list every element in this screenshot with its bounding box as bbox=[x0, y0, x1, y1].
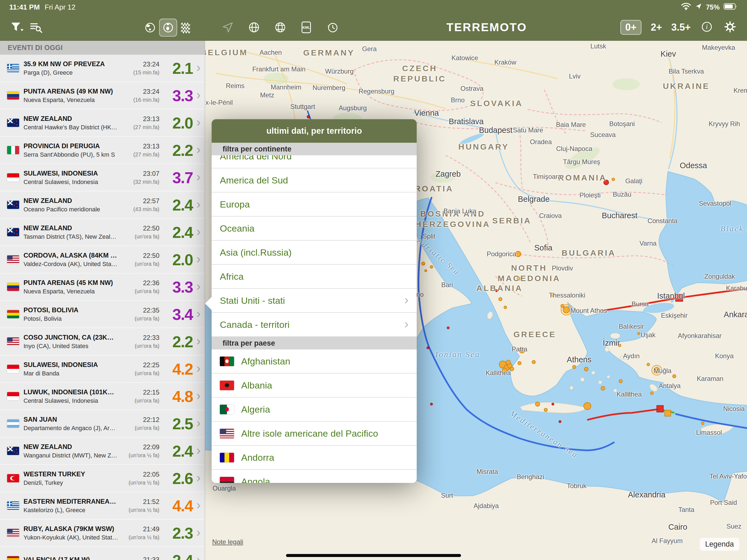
event-time: 22:35 bbox=[119, 307, 159, 314]
continent-item[interactable]: Asia (incl.Russia) › bbox=[212, 240, 417, 265]
continent-item[interactable]: Europa › bbox=[212, 193, 417, 217]
event-magnitude: 2.1 bbox=[159, 59, 193, 77]
list-item[interactable]: NEW ZEALAND Tasman District (TAS), New Z… bbox=[0, 219, 205, 246]
country-item[interactable]: Afghanistan bbox=[212, 350, 417, 374]
search-list-button[interactable] bbox=[29, 20, 43, 34]
continent-label: Europa bbox=[220, 199, 250, 210]
globe-grid-button[interactable] bbox=[273, 20, 287, 34]
list-item[interactable]: VALENCIA (17 KM W) 21:33 2.4 › bbox=[0, 547, 205, 560]
list-item[interactable]: RUBY, ALASKA (79KM WSW) Yukon-Koyukuk (A… bbox=[0, 519, 205, 547]
event-subtitle: Central Sulawesi, Indonesia bbox=[24, 179, 119, 186]
country-item[interactable]: Angola bbox=[212, 470, 417, 483]
continent-label: Canada - territori bbox=[220, 320, 289, 330]
event-title: WESTERN TURKEY bbox=[24, 470, 119, 478]
status-time: 11:41 PM bbox=[9, 3, 40, 11]
continent-item[interactable]: Stati Uniti - stati › bbox=[212, 289, 417, 313]
event-magnitude: 2.4 bbox=[159, 551, 193, 560]
country-item[interactable]: Albania bbox=[212, 374, 417, 398]
chevron-right-icon: › bbox=[195, 361, 203, 376]
mag-filter-0plus[interactable]: 0+ bbox=[620, 20, 641, 35]
list-item[interactable]: POTOSI, BOLIVIA Potosí, Bolivia 22:35 (u… bbox=[0, 301, 205, 328]
event-magnitude: 4.8 bbox=[159, 387, 193, 406]
chevron-right-icon: › bbox=[195, 114, 203, 129]
list-item[interactable]: CORDOVA, ALASKA (84KM W) Valdez-Cordova … bbox=[0, 246, 205, 274]
list-item[interactable]: EASTERN MEDITERRANEAN SEA Kastelorizo (L… bbox=[0, 492, 205, 519]
continent-item[interactable]: Africa › bbox=[212, 265, 417, 289]
event-subtitle: Valdez-Cordova (AK), United States bbox=[24, 261, 119, 268]
event-relative-time: (un'ora ½ fa) bbox=[119, 480, 159, 486]
globe-button[interactable] bbox=[247, 20, 261, 34]
event-magnitude: 2.0 bbox=[159, 114, 193, 132]
country-item[interactable]: Algeria bbox=[212, 398, 417, 422]
list-item[interactable]: COSO JUNCTION, CA (23KM E) Inyo (CA), Un… bbox=[0, 328, 205, 355]
list-item[interactable]: NEW ZEALAND Central Hawke's Bay District… bbox=[0, 109, 205, 137]
locate-me-button[interactable] bbox=[221, 20, 235, 34]
globe-americas-button[interactable] bbox=[141, 19, 159, 36]
list-item[interactable]: 35.9 KM NW OF PREVEZA Parga (D), Greece … bbox=[0, 55, 205, 82]
history-button[interactable] bbox=[325, 20, 340, 34]
country-flag-icon bbox=[7, 146, 19, 154]
kml-export-button[interactable]: KML bbox=[299, 20, 313, 34]
continent-label: Africa bbox=[220, 271, 243, 282]
list-item[interactable]: NEW ZEALAND Oceano Pacifico meridionale … bbox=[0, 192, 205, 219]
event-subtitle: Parga (D), Greece bbox=[24, 69, 119, 76]
clipped-row-container: America del Nord bbox=[212, 155, 417, 169]
list-item[interactable]: NEW ZEALAND Wanganui District (MWT), New… bbox=[0, 437, 205, 465]
country-label: Albania bbox=[241, 380, 272, 391]
list-item[interactable]: SULAWESI, INDONESIA Mar di Banda 22:25 (… bbox=[0, 355, 205, 383]
mag-filter-35plus[interactable]: 3.5+ bbox=[671, 22, 691, 33]
location-arrow-icon bbox=[695, 3, 702, 11]
event-time: 21:49 bbox=[119, 525, 159, 533]
home-indicator[interactable] bbox=[286, 554, 461, 557]
seismogram-button[interactable] bbox=[177, 19, 195, 36]
filter-button[interactable] bbox=[10, 20, 24, 34]
chevron-right-icon: › bbox=[404, 292, 409, 309]
event-title: CORDOVA, ALASKA (84KM W) bbox=[24, 252, 119, 259]
event-time: 22:36 bbox=[119, 279, 159, 287]
list-item[interactable]: LUWUK, INDONESIA (101KM S) Central Sulaw… bbox=[0, 383, 205, 410]
country-item[interactable]: Altre isole americane del Pacifico bbox=[212, 422, 417, 446]
country-flag-icon bbox=[220, 453, 234, 462]
event-magnitude: 4.2 bbox=[159, 360, 193, 378]
chevron-right-icon: › bbox=[195, 224, 203, 239]
country-flag-icon bbox=[7, 255, 19, 263]
list-item[interactable]: PUNTA ARENAS (45 KM NW) Nueva Esparta, V… bbox=[0, 274, 205, 301]
event-relative-time: (un'ora fa) bbox=[119, 370, 159, 377]
continent-item[interactable]: Oceania › bbox=[212, 217, 417, 240]
event-time: 22:57 bbox=[119, 197, 159, 205]
status-bar: 11:41 PM Fri Apr 12 75% bbox=[0, 0, 747, 14]
event-subtitle: Yukon-Koyukuk (AK), United States bbox=[24, 534, 119, 541]
event-relative-time: (un'ora fa) bbox=[119, 425, 159, 431]
chevron-right-icon: › bbox=[195, 197, 203, 211]
event-subtitle: Potosí, Bolivia bbox=[24, 315, 119, 322]
event-time: 22:05 bbox=[119, 470, 159, 478]
info-button[interactable]: i bbox=[700, 20, 714, 35]
continent-item[interactable]: America del Sud › bbox=[212, 169, 417, 193]
list-item[interactable]: SAN JUAN Departamento de Angaco (J), Arg… bbox=[0, 410, 205, 437]
list-item[interactable]: PUNTA ARENAS (49 KM NW) Nueva Esparta, V… bbox=[0, 82, 205, 109]
legal-notes-link[interactable]: Note legali bbox=[212, 538, 243, 546]
svg-text:KML: KML bbox=[302, 26, 310, 29]
legend-button[interactable]: Legenda bbox=[700, 538, 739, 551]
event-relative-time: (16 min.fa) bbox=[119, 97, 159, 103]
settings-gear-button[interactable] bbox=[723, 20, 737, 35]
list-item[interactable]: SULAWESI, INDONESIA Central Sulawesi, In… bbox=[0, 164, 205, 192]
event-subtitle: Mar di Banda bbox=[24, 370, 119, 377]
country-label: Algeria bbox=[241, 404, 270, 415]
continent-item[interactable]: Canada - territori › bbox=[212, 313, 417, 337]
list-item[interactable]: PROVINCIA DI PERUGIA Serra Sant'Abbondio… bbox=[0, 137, 205, 164]
toolbar: KML TERREMOTO 0+ 2+ 3.5+ i bbox=[0, 14, 747, 41]
event-relative-time: (un'ora fa) bbox=[119, 233, 159, 240]
mag-filter-2plus[interactable]: 2+ bbox=[651, 22, 662, 33]
event-relative-time: (un'ora ½ fa) bbox=[119, 534, 159, 541]
event-subtitle: Serra Sant'Abbondio (PU), 5 km S bbox=[24, 151, 119, 158]
event-subtitle: Inyo (CA), United States bbox=[24, 342, 119, 350]
continent-item-clipped[interactable]: America del Nord bbox=[212, 155, 417, 169]
list-item[interactable]: WESTERN TURKEY Denizli, Turkey 22:05 (un… bbox=[0, 465, 205, 492]
chevron-right-icon: › bbox=[195, 552, 203, 560]
country-flag-icon bbox=[7, 119, 19, 127]
event-magnitude: 2.4 bbox=[159, 196, 193, 214]
country-item[interactable]: Andorra bbox=[212, 446, 417, 470]
globe-europe-button[interactable] bbox=[159, 19, 177, 36]
country-flag-icon bbox=[7, 283, 19, 291]
